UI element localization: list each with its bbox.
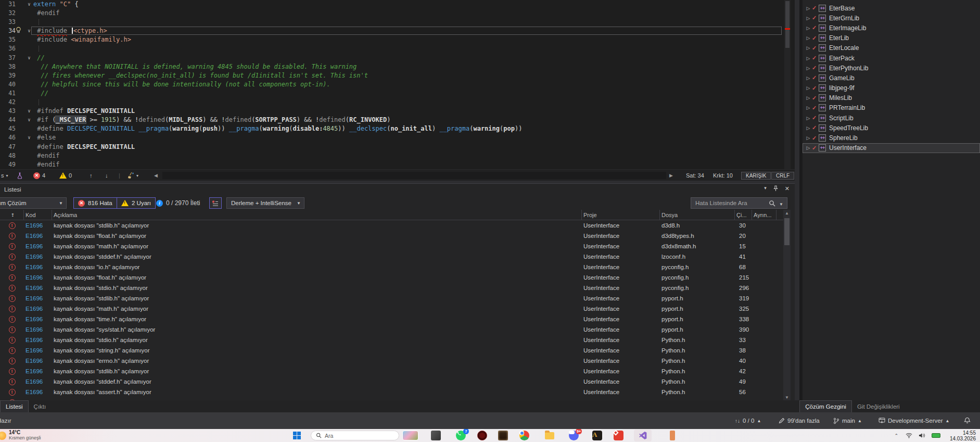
fold-chevron-icon[interactable] bbox=[25, 143, 33, 151]
fold-chevron-icon[interactable] bbox=[25, 151, 33, 160]
error-table-row[interactable]: ! E1696 kaynak dosyası "time.h" açılamıy… bbox=[0, 314, 783, 324]
severity-column-header[interactable]: ❢ bbox=[0, 210, 24, 220]
code-line[interactable]: 43 ∨ #ifndef DECLSPEC_NOINITALL bbox=[0, 107, 795, 116]
task-view-button[interactable] bbox=[402, 431, 418, 440]
weather-widget[interactable]: 14°C Kısmen güneşli bbox=[0, 430, 41, 440]
panel-title-bar[interactable]: Listesi ▾ ✕ bbox=[0, 184, 795, 195]
scrollbar-thumb[interactable] bbox=[784, 218, 790, 245]
fold-chevron-icon[interactable] bbox=[25, 62, 33, 71]
solution-tree-item[interactable]: ▷ ✓ ++ EterGrnLib bbox=[803, 13, 980, 23]
solution-tree-item[interactable]: ▷ ✓ ++ GameLib bbox=[803, 73, 980, 83]
whatsapp-icon[interactable]: 7 bbox=[456, 431, 466, 440]
app-icon-red-circle[interactable] bbox=[477, 431, 487, 440]
scrollbar-thumb[interactable] bbox=[785, 1, 790, 48]
error-table-row[interactable]: ! E1696 kaynak dosyası "stdlib.h" açılam… bbox=[0, 293, 783, 304]
pin-icon[interactable] bbox=[773, 185, 779, 192]
expand-chevron-icon[interactable]: ▷ bbox=[805, 66, 812, 71]
chevron-down-icon[interactable]: ▼ bbox=[779, 202, 783, 207]
git-sync-button[interactable]: ↑↓ 0 / 0 ▲ bbox=[735, 412, 761, 429]
code-line[interactable]: 42 bbox=[0, 98, 795, 107]
code-line[interactable]: 32 #endif bbox=[0, 9, 795, 18]
scroll-up-icon[interactable]: ▲ bbox=[783, 211, 791, 216]
prev-issue-button[interactable]: ↑ bbox=[90, 170, 93, 181]
solution-tree-item[interactable]: ▷ ✓ ++ ScriptLib bbox=[803, 113, 980, 123]
app-icon-dark[interactable] bbox=[431, 431, 441, 440]
app-icon-partial[interactable] bbox=[670, 431, 675, 440]
expand-chevron-icon[interactable]: ▷ bbox=[805, 95, 812, 100]
error-code[interactable]: E1696 bbox=[24, 264, 52, 270]
column-header-code[interactable]: Kod bbox=[24, 210, 52, 220]
code-line[interactable]: 46 ∨ #else bbox=[0, 133, 795, 142]
fold-chevron-icon[interactable] bbox=[25, 89, 33, 98]
error-code[interactable]: E1696 bbox=[24, 222, 52, 229]
error-table-row[interactable]: ! E1696 kaynak dosyası "math.h" açılamıy… bbox=[0, 304, 783, 314]
column-header-project[interactable]: Proje bbox=[582, 210, 660, 220]
horizontal-scrollbar[interactable] bbox=[162, 172, 666, 179]
solution-tree-item[interactable]: ▷ ✓ ++ SpeedTreeLib bbox=[803, 123, 980, 133]
fold-chevron-icon[interactable]: ∨ bbox=[25, 116, 33, 124]
solution-tree-item[interactable]: ▷ ✓ ++ EterLib bbox=[803, 33, 980, 43]
error-code[interactable]: E1696 bbox=[24, 316, 52, 322]
solution-tree-item[interactable]: ▷ ✓ ++ EterImageLib bbox=[803, 23, 980, 33]
line-indicator[interactable]: Sat: 34 bbox=[686, 170, 704, 181]
expand-chevron-icon[interactable]: ▷ bbox=[805, 125, 812, 131]
volume-icon[interactable] bbox=[919, 433, 925, 438]
tab-error-list[interactable]: Listesi bbox=[0, 400, 29, 412]
wifi-icon[interactable] bbox=[906, 433, 912, 438]
error-table-row[interactable]: ! E1696 kaynak dosyası "stdio.h" açılamı… bbox=[0, 283, 783, 293]
breadcrumb-fragment-dropdown[interactable]: s ▾ bbox=[1, 170, 8, 181]
expand-chevron-icon[interactable]: ▷ bbox=[805, 135, 812, 141]
pending-edits-button[interactable]: 99'dan fazla bbox=[779, 412, 820, 429]
error-table-row[interactable]: ! E1696 kaynak dosyası "math.h" açılamıy… bbox=[0, 241, 783, 251]
taskbar-clock[interactable]: 14:55 14.03.2026 bbox=[950, 430, 976, 441]
fold-chevron-icon[interactable] bbox=[25, 44, 33, 53]
error-table-row[interactable]: ! E1696 kaynak dosyası "stdlib.h" açılam… bbox=[0, 366, 783, 376]
fold-chevron-icon[interactable]: ∨ bbox=[25, 0, 33, 9]
error-table-row[interactable]: ! E1696 kaynak dosyası "float.h" açılamı… bbox=[0, 231, 783, 241]
error-code[interactable]: E1696 bbox=[24, 378, 52, 385]
tab-git-changes[interactable]: Git Değişiklikleri bbox=[852, 400, 905, 412]
column-header-details[interactable]: Ayrın... bbox=[752, 210, 777, 220]
expand-chevron-icon[interactable]: ▷ bbox=[805, 45, 812, 50]
fold-chevron-icon[interactable] bbox=[25, 80, 33, 89]
file-explorer-icon[interactable] bbox=[545, 431, 555, 440]
intellisense-icon[interactable] bbox=[17, 170, 23, 181]
error-code[interactable]: E1696 bbox=[24, 306, 52, 312]
column-indicator[interactable]: Krkt: 10 bbox=[713, 170, 733, 181]
solution-tree-item[interactable]: ▷ ✓ ++ UserInterface bbox=[803, 143, 980, 153]
error-table-row[interactable]: ! E1696 kaynak dosyası "sys/stat.h" açıl… bbox=[0, 324, 783, 335]
close-icon[interactable]: ✕ bbox=[785, 185, 790, 192]
errors-filter-toggle[interactable]: ✕ 816 Hata bbox=[73, 197, 117, 209]
error-table-row[interactable]: ! E1696 kaynak dosyası "string.h" açılam… bbox=[0, 345, 783, 356]
filter-issues-button[interactable] bbox=[209, 197, 222, 209]
start-button[interactable] bbox=[293, 432, 301, 439]
code-line[interactable]: 36 bbox=[0, 44, 795, 53]
expand-chevron-icon[interactable]: ▷ bbox=[805, 6, 812, 11]
fold-chevron-icon[interactable] bbox=[25, 98, 33, 107]
visual-studio-taskbar-button[interactable] bbox=[634, 430, 652, 441]
fold-chevron-icon[interactable] bbox=[25, 9, 33, 18]
expand-chevron-icon[interactable]: ▷ bbox=[805, 56, 812, 61]
expand-chevron-icon[interactable]: ▷ bbox=[805, 105, 812, 110]
hscroll-right-arrow[interactable]: ▶ bbox=[669, 170, 673, 181]
expand-chevron-icon[interactable]: ▷ bbox=[805, 35, 812, 41]
taskbar-search[interactable]: Ara bbox=[311, 431, 399, 440]
fold-chevron-icon[interactable] bbox=[25, 124, 33, 133]
battery-icon[interactable] bbox=[932, 432, 940, 439]
solution-tree-item[interactable]: ▷ ✓ ++ libjpeg-9f bbox=[803, 83, 980, 93]
search-input[interactable]: Hata Listesinde Ara ▼ bbox=[691, 197, 787, 209]
expand-chevron-icon[interactable]: ▷ bbox=[805, 26, 812, 31]
error-list-header[interactable]: ❢ Kod Açıklama Proje Dosya Çi... Ayrın..… bbox=[0, 210, 783, 220]
error-table-row[interactable]: ! E1696 kaynak dosyası "io.h" açılamıyor… bbox=[0, 262, 783, 272]
error-code[interactable]: E1696 bbox=[24, 368, 52, 374]
error-code[interactable]: E1696 bbox=[24, 389, 52, 395]
window-position-chevron-icon[interactable]: ▾ bbox=[764, 185, 767, 192]
code-line[interactable]: 49 #endif bbox=[0, 160, 795, 169]
error-table-row[interactable]: ! E1696 kaynak dosyası "stddef.h" açılam… bbox=[0, 251, 783, 262]
code-line[interactable]: 37 ∨ // bbox=[0, 54, 795, 62]
fold-chevron-icon[interactable]: ∨ bbox=[25, 54, 33, 62]
fold-chevron-icon[interactable]: ∨ bbox=[25, 27, 33, 35]
editor-error-count[interactable]: ✕ 4 bbox=[33, 170, 45, 181]
app-icon-a[interactable]: A bbox=[592, 431, 602, 440]
error-code[interactable]: E1696 bbox=[24, 347, 52, 353]
